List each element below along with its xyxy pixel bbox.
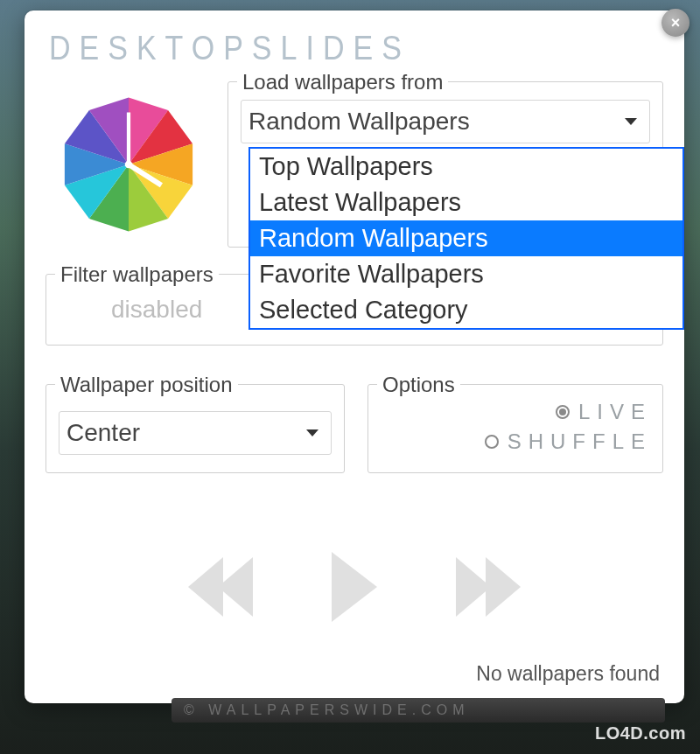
navigation-controls bbox=[46, 552, 663, 622]
position-label: Wallpaper position bbox=[55, 373, 238, 397]
play-button[interactable] bbox=[332, 552, 377, 622]
next-fast-button[interactable] bbox=[456, 557, 521, 617]
watermark: LO4D.com bbox=[595, 723, 686, 744]
wallpaper-position-group: Wallpaper position Center bbox=[46, 384, 345, 473]
position-value: Center bbox=[66, 419, 140, 447]
load-source-select[interactable]: Random Wallpapers bbox=[241, 100, 650, 143]
close-button[interactable]: × bbox=[662, 9, 690, 37]
load-source-value: Random Wallpapers bbox=[248, 108, 470, 136]
option-live-label: LIVE bbox=[578, 400, 652, 424]
footer-text: © WALLPAPERSWIDE.COM bbox=[184, 702, 469, 718]
dropdown-option-latest[interactable]: Latest Wallpapers bbox=[250, 185, 682, 220]
chevron-down-icon bbox=[306, 429, 318, 436]
brand-title: DESKTOPSLIDES bbox=[46, 26, 663, 73]
settings-panel: × DESKTOPSLIDES bbox=[24, 10, 684, 703]
option-shuffle-label: SHUFFLE bbox=[508, 429, 652, 454]
dropdown-option-random[interactable]: Random Wallpapers bbox=[250, 220, 682, 256]
status-text: No wallpapers found bbox=[476, 662, 660, 686]
load-source-dropdown: Top Wallpapers Latest Wallpapers Random … bbox=[248, 147, 684, 330]
dropdown-option-category[interactable]: Selected Category bbox=[250, 292, 682, 328]
radio-empty-icon bbox=[485, 435, 499, 449]
options-label: Options bbox=[377, 373, 460, 397]
chevron-down-icon bbox=[625, 118, 637, 125]
prev-fast-button[interactable] bbox=[188, 557, 253, 617]
position-select[interactable]: Center bbox=[59, 411, 332, 455]
dropdown-option-top[interactable]: Top Wallpapers bbox=[250, 149, 682, 185]
option-live-row[interactable]: LIVE bbox=[379, 397, 652, 427]
svg-point-12 bbox=[125, 161, 133, 169]
close-icon: × bbox=[671, 14, 681, 32]
filter-label: Filter wallpapers bbox=[55, 262, 219, 287]
dropdown-option-favorite[interactable]: Favorite Wallpapers bbox=[250, 256, 682, 292]
play-icon bbox=[332, 552, 377, 622]
app-logo bbox=[46, 81, 212, 248]
rewind-icon bbox=[218, 557, 253, 617]
radio-filled-icon bbox=[556, 405, 570, 419]
color-wheel-icon bbox=[54, 90, 203, 239]
options-group: Options LIVE SHUFFLE bbox=[368, 384, 663, 473]
forward-icon bbox=[486, 557, 521, 617]
option-shuffle-row[interactable]: SHUFFLE bbox=[379, 427, 652, 457]
load-label: Load wallpapers from bbox=[237, 70, 448, 94]
footer-bar: © WALLPAPERSWIDE.COM bbox=[172, 698, 665, 723]
